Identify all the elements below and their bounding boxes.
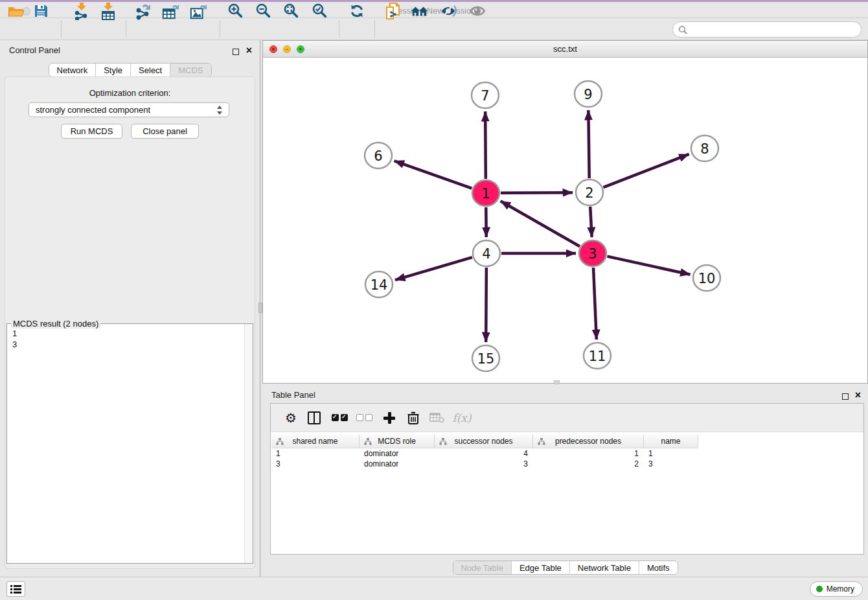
home-icon [411, 3, 429, 19]
node-10[interactable]: 10 [693, 265, 720, 291]
deselect-all-button[interactable] [355, 409, 373, 427]
run-mcds-button[interactable]: Run MCDS [61, 124, 122, 139]
show-columns-button[interactable] [305, 409, 323, 427]
export-network-button[interactable] [135, 2, 153, 20]
edge-4-14[interactable] [395, 257, 472, 280]
table-options-button[interactable]: ⚙ [282, 409, 300, 427]
close-panel-button[interactable]: × [246, 45, 252, 56]
table-cell[interactable]: 3 [271, 459, 360, 469]
table-close-button[interactable]: × [855, 389, 861, 401]
table-row[interactable]: 1dominator411 [271, 448, 698, 459]
table-cell[interactable]: 3 [644, 459, 698, 469]
tab-network-table[interactable]: Network Table [570, 561, 639, 574]
table-cell[interactable]: 1 [533, 448, 644, 459]
tab-mcds[interactable]: MCDS [170, 63, 211, 76]
node-7[interactable]: 7 [472, 82, 499, 108]
optimization-criterion-select[interactable]: strongly connected component [29, 102, 229, 117]
export-image-icon [190, 2, 208, 20]
task-history-button[interactable] [6, 581, 25, 597]
zoom-out-button[interactable] [255, 2, 273, 20]
delete-column-button[interactable] [404, 409, 422, 427]
mcds-result-title: MCDS result (2 nodes) [11, 319, 100, 329]
node-9[interactable]: 9 [575, 81, 602, 107]
edge-3-10[interactable] [607, 257, 690, 275]
open-session-button[interactable] [6, 2, 25, 20]
node-8[interactable]: 8 [691, 135, 718, 161]
network-graph[interactable]: 7968124314101511 [263, 58, 867, 380]
column-header[interactable]: shared name [271, 435, 360, 448]
refresh-button[interactable] [348, 2, 366, 20]
function-builder-button[interactable]: f(x) [453, 409, 471, 427]
result-scrollbar[interactable] [244, 324, 253, 563]
save-session-button[interactable] [32, 2, 50, 20]
node-15[interactable]: 15 [472, 345, 499, 371]
table-cell[interactable]: 3 [435, 459, 533, 469]
gear-icon: ⚙ [285, 410, 297, 426]
export-table-button[interactable] [162, 2, 180, 20]
import-network-button[interactable] [73, 2, 91, 20]
zoom-in-button[interactable] [227, 2, 245, 20]
edge-3-1[interactable] [501, 201, 580, 246]
node-14[interactable]: 14 [365, 271, 393, 297]
show-graphics-details-button[interactable] [440, 2, 458, 20]
column-header-label: shared name [292, 437, 337, 446]
node-label: 3 [588, 246, 597, 262]
tab-node-table[interactable]: Node Table [453, 561, 512, 574]
table-cell[interactable]: 1 [644, 448, 698, 459]
plus-icon [383, 412, 395, 424]
node-6[interactable]: 6 [365, 143, 392, 168]
zoom-selected-button[interactable] [311, 2, 329, 20]
column-header[interactable]: name [644, 435, 698, 448]
mcds-result-text[interactable]: 1 3 [7, 327, 22, 351]
edge-4-15[interactable] [486, 268, 486, 342]
network-window-titlebar[interactable]: × − + scc.txt [263, 41, 867, 58]
view-toggle-button[interactable] [468, 2, 486, 20]
delete-table-button[interactable] [428, 409, 446, 427]
node-2[interactable]: 2 [576, 179, 603, 205]
edge-1-6[interactable] [394, 161, 472, 188]
column-header[interactable]: predecessor nodes [533, 435, 644, 448]
node-4[interactable]: 4 [473, 240, 500, 266]
node-label: 6 [374, 148, 382, 164]
node-1[interactable]: 1 [472, 180, 499, 206]
create-column-button[interactable] [380, 409, 398, 427]
search-field[interactable] [672, 21, 862, 38]
tab-style[interactable]: Style [96, 63, 131, 76]
node-label: 7 [481, 88, 489, 104]
tab-motifs[interactable]: Motifs [639, 561, 678, 574]
table-row[interactable]: 3dominator323 [271, 459, 698, 469]
table-cell[interactable]: 4 [435, 448, 533, 459]
tab-network[interactable]: Network [49, 63, 96, 76]
horizontal-splitter-handle[interactable] [554, 380, 560, 384]
table-cell[interactable]: 2 [533, 459, 644, 469]
table-cell[interactable]: dominator [360, 459, 435, 469]
edge-2-8[interactable] [603, 154, 689, 187]
search-input[interactable] [690, 25, 861, 34]
zoom-fit-button[interactable] [282, 2, 301, 20]
node-11[interactable]: 11 [584, 343, 611, 369]
network-canvas[interactable]: 7968124314101511 [263, 58, 867, 380]
table-float-button[interactable] [842, 391, 849, 402]
home-button[interactable] [411, 2, 429, 20]
edge-1-2[interactable] [501, 192, 573, 193]
edge-2-3[interactable] [590, 207, 591, 237]
close-panel-action-button[interactable]: Close panel [131, 124, 199, 139]
import-table-button[interactable] [99, 2, 117, 20]
table-cell[interactable]: dominator [360, 448, 435, 459]
table-cell[interactable]: 1 [271, 448, 360, 459]
duplicate-network-button[interactable] [383, 2, 402, 20]
float-panel-button[interactable] [233, 46, 239, 58]
node-3[interactable]: 3 [579, 240, 606, 266]
edge-3-11[interactable] [593, 268, 597, 340]
column-header[interactable]: successor nodes [435, 435, 533, 448]
memory-button[interactable]: Memory [810, 581, 863, 597]
tab-select[interactable]: Select [131, 63, 170, 76]
select-all-button[interactable] [330, 409, 348, 427]
tab-edge-table[interactable]: Edge Table [512, 561, 570, 574]
edge-2-9[interactable] [588, 110, 589, 178]
toolbar-separator [220, 21, 220, 38]
export-image-button[interactable] [190, 2, 208, 20]
edge-1-7[interactable] [485, 111, 486, 179]
export-network-icon [135, 2, 153, 20]
column-header[interactable]: MCDS role [360, 435, 435, 448]
